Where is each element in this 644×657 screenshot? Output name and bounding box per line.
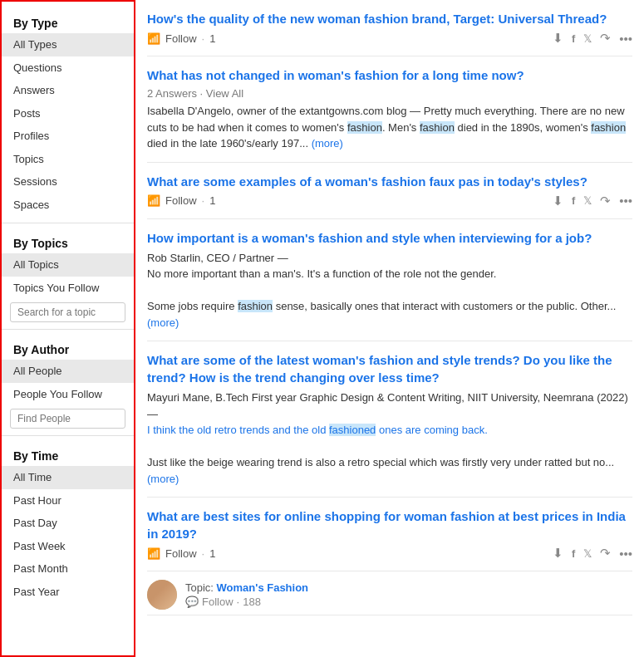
find-people-input[interactable] bbox=[10, 409, 125, 429]
by-type-title: By Type bbox=[2, 10, 134, 33]
sidebar-item-topics[interactable]: Topics bbox=[2, 148, 134, 171]
divider-1 bbox=[2, 223, 134, 223]
topic-dot: · bbox=[237, 596, 240, 608]
facebook-icon-3[interactable]: f bbox=[572, 194, 575, 207]
result-title-3[interactable]: What are some examples of a woman's fash… bbox=[147, 173, 632, 190]
sidebar-item-posts[interactable]: Posts bbox=[2, 102, 134, 125]
follow-signal-icon-3: 📶 bbox=[147, 194, 160, 207]
sidebar-item-profiles[interactable]: Profiles bbox=[2, 125, 134, 148]
topic-info: Topic: Woman's Fashion 💬 Follow · 188 bbox=[185, 581, 308, 608]
sidebar-item-spaces[interactable]: Spaces bbox=[2, 194, 134, 217]
sidebar: By Type All Types Questions Answers Post… bbox=[0, 0, 135, 657]
result-item-7: Topic: Woman's Fashion 💬 Follow · 188 bbox=[147, 571, 632, 615]
result-item-5: What are some of the latest woman's fash… bbox=[147, 341, 632, 498]
divider-3 bbox=[2, 435, 134, 436]
action-icons-3: ⬇ f 𝕏 ↷ ••• bbox=[553, 194, 632, 208]
facebook-icon-6[interactable]: f bbox=[572, 547, 575, 560]
sidebar-item-people-you-follow[interactable]: People You Follow bbox=[2, 383, 134, 406]
follow-signal-icon-1: 📶 bbox=[147, 32, 160, 45]
sidebar-item-past-month[interactable]: Past Month bbox=[2, 557, 134, 581]
by-type-items: All Types Questions Answers Posts Profil… bbox=[2, 33, 134, 216]
topic-follow-count: 188 bbox=[243, 596, 261, 608]
follow-signal-icon-6: 📶 bbox=[147, 547, 160, 560]
result-snippet-5: Mayuri Mane, B.Tech First year Graphic D… bbox=[147, 390, 632, 487]
result-snippet-2: Isabella D'Angelo, owner of the extantgo… bbox=[147, 103, 632, 152]
topic-avatar-img bbox=[147, 580, 177, 610]
result-item-6: What are best sites for online shopping … bbox=[147, 498, 632, 571]
more-icon-6[interactable]: ••• bbox=[619, 547, 632, 561]
reshare-icon-3[interactable]: ↷ bbox=[600, 194, 611, 208]
action-bar-3: 📶 Follow · 1 ⬇ f 𝕏 ↷ ••• bbox=[147, 194, 632, 208]
more-icon-3[interactable]: ••• bbox=[619, 194, 632, 208]
by-author-title: By Author bbox=[2, 336, 134, 360]
upvote-icon-3[interactable]: ⬇ bbox=[553, 194, 563, 208]
upvote-icon-1[interactable]: ⬇ bbox=[553, 31, 563, 46]
main-content: How's the quality of the new woman fashi… bbox=[135, 0, 644, 657]
topic-chat-icon: 💬 bbox=[185, 596, 199, 608]
follow-count-6: 1 bbox=[209, 547, 215, 560]
result-snippet-4: Rob Starlin, CEO / Partner — No more imp… bbox=[147, 250, 632, 331]
action-bar-6: 📶 Follow · 1 ⬇ f 𝕏 ↷ ••• bbox=[147, 546, 632, 561]
follow-label-6[interactable]: Follow bbox=[165, 547, 197, 560]
by-topics-title: By Topics bbox=[2, 230, 134, 253]
action-icons-1: ⬇ f 𝕏 ↷ ••• bbox=[553, 31, 632, 46]
topic-follow-label[interactable]: Follow bbox=[202, 596, 234, 608]
twitter-icon-6[interactable]: 𝕏 bbox=[583, 547, 592, 560]
result-item-1: How's the quality of the new woman fashi… bbox=[147, 0, 632, 56]
topic-follow-row: 💬 Follow · 188 bbox=[185, 596, 308, 608]
follow-label-3[interactable]: Follow bbox=[165, 194, 197, 207]
result-title-1[interactable]: How's the quality of the new woman fashi… bbox=[147, 10, 632, 27]
follow-label-1[interactable]: Follow bbox=[165, 32, 197, 45]
result-title-4[interactable]: How important is a woman's fashion and s… bbox=[147, 229, 632, 247]
result-meta-2: 2 Answers · View All bbox=[147, 87, 632, 100]
sidebar-item-past-year[interactable]: Past Year bbox=[2, 581, 134, 604]
result-item-3: What are some examples of a woman's fash… bbox=[147, 163, 632, 219]
topic-label: Topic: Woman's Fashion bbox=[185, 581, 308, 594]
sidebar-item-past-day[interactable]: Past Day bbox=[2, 512, 134, 535]
sidebar-item-questions[interactable]: Questions bbox=[2, 56, 134, 80]
follow-count-3: 1 bbox=[209, 194, 215, 207]
topic-link[interactable]: Woman's Fashion bbox=[217, 581, 308, 594]
sidebar-item-past-hour[interactable]: Past Hour bbox=[2, 489, 134, 512]
result-item-4: How important is a woman's fashion and s… bbox=[147, 219, 632, 342]
result-title-2[interactable]: What has not changed in woman's fashion … bbox=[147, 66, 632, 84]
more-icon-1[interactable]: ••• bbox=[619, 32, 632, 46]
sidebar-item-topics-you-follow[interactable]: Topics You Follow bbox=[2, 277, 134, 300]
search-topic-input[interactable] bbox=[10, 302, 125, 322]
result-title-6[interactable]: What are best sites for online shopping … bbox=[147, 507, 632, 542]
action-icons-6: ⬇ f 𝕏 ↷ ••• bbox=[553, 546, 632, 561]
reshare-icon-6[interactable]: ↷ bbox=[600, 546, 611, 561]
sidebar-item-all-people[interactable]: All People bbox=[2, 360, 134, 383]
divider-2 bbox=[2, 329, 134, 330]
result-title-5[interactable]: What are some of the latest woman's fash… bbox=[147, 351, 632, 386]
sidebar-item-past-week[interactable]: Past Week bbox=[2, 535, 134, 558]
dot-1: · bbox=[202, 32, 205, 45]
sidebar-item-all-time[interactable]: All Time bbox=[2, 466, 134, 489]
dot-6: · bbox=[202, 547, 205, 560]
result-item-2: What has not changed in woman's fashion … bbox=[147, 56, 632, 163]
facebook-icon-1[interactable]: f bbox=[572, 32, 575, 45]
topic-avatar bbox=[147, 580, 177, 610]
sidebar-item-answers[interactable]: Answers bbox=[2, 79, 134, 102]
twitter-icon-1[interactable]: 𝕏 bbox=[583, 32, 592, 45]
upvote-icon-6[interactable]: ⬇ bbox=[553, 546, 563, 561]
twitter-icon-3[interactable]: 𝕏 bbox=[583, 194, 592, 207]
sidebar-item-all-types[interactable]: All Types bbox=[2, 33, 134, 56]
by-time-title: By Time bbox=[2, 443, 134, 466]
follow-count-1: 1 bbox=[209, 32, 215, 45]
sidebar-item-all-topics[interactable]: All Topics bbox=[2, 253, 134, 277]
sidebar-item-sessions[interactable]: Sessions bbox=[2, 170, 134, 194]
dot-3: · bbox=[202, 194, 205, 207]
reshare-icon-1[interactable]: ↷ bbox=[600, 31, 611, 46]
action-bar-1: 📶 Follow · 1 ⬇ f 𝕏 ↷ ••• bbox=[147, 31, 632, 46]
